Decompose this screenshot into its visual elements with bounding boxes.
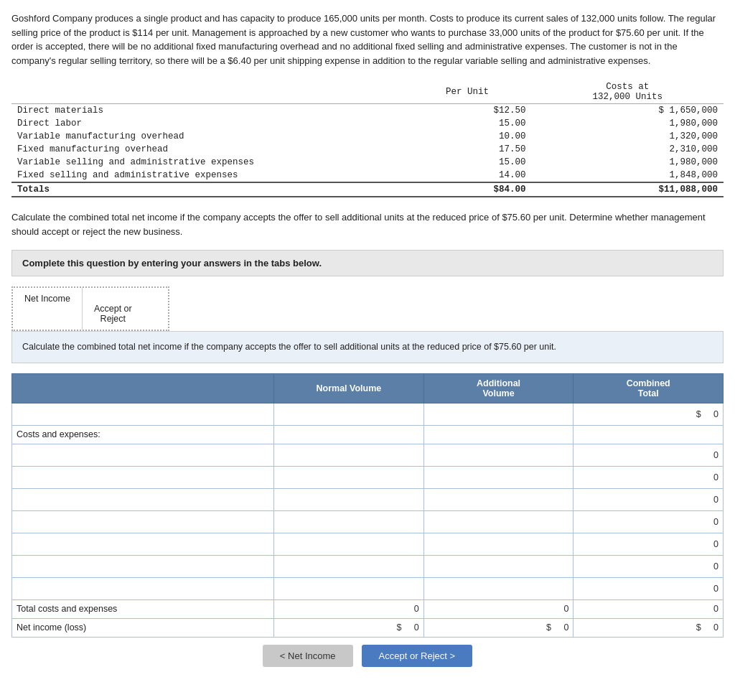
total-additional-cell: 0 bbox=[423, 599, 574, 618]
cost6-combined-cell: 0 bbox=[574, 555, 724, 577]
cost-input-row-5[interactable]: 0 bbox=[12, 533, 724, 555]
cost7-label-input[interactable] bbox=[17, 581, 269, 597]
main-col4-header: CombinedTotal bbox=[574, 373, 724, 403]
cost-row-direct-materials: Direct materials $12.50 $ 1,650,000 bbox=[11, 104, 724, 118]
cost-row-direct-labor: Direct labor 15.00 1,980,000 bbox=[11, 117, 724, 130]
cost7-additional-input[interactable] bbox=[429, 581, 569, 597]
cost5-normal-input[interactable] bbox=[278, 536, 419, 552]
main-col2-header: Normal Volume bbox=[274, 373, 424, 403]
cost5-normal-cell[interactable] bbox=[274, 533, 424, 555]
cost7-additional-cell[interactable] bbox=[423, 577, 574, 599]
cost2-additional-cell[interactable] bbox=[423, 466, 574, 488]
main-table-header-row: Normal Volume AdditionalVolume CombinedT… bbox=[12, 373, 724, 403]
cost1-additional-cell[interactable] bbox=[423, 444, 574, 466]
cost3-additional-cell[interactable] bbox=[423, 488, 574, 510]
instruction-box: Complete this question by entering your … bbox=[11, 250, 724, 276]
cost1-combined-cell: 0 bbox=[574, 444, 724, 466]
calculate-paragraph: Calculate the combined total net income … bbox=[11, 210, 724, 238]
tab-net-income[interactable]: Net Income bbox=[13, 288, 83, 330]
cost3-normal-cell[interactable] bbox=[274, 488, 424, 510]
cost-row-fixed-selling: Fixed selling and administrative expense… bbox=[11, 169, 724, 182]
cost7-normal-cell[interactable] bbox=[274, 577, 424, 599]
cost-table-col1-header bbox=[11, 80, 403, 104]
cost-table-col2-header: Per Unit bbox=[403, 80, 532, 104]
cost2-label-input[interactable] bbox=[17, 470, 269, 485]
costs-combined-empty bbox=[574, 425, 724, 444]
cost1-normal-cell[interactable] bbox=[274, 444, 424, 466]
cost7-combined-cell: 0 bbox=[574, 577, 724, 599]
revenue-label-cell bbox=[12, 403, 274, 425]
revenue-label-input[interactable] bbox=[17, 406, 269, 422]
cost6-normal-input[interactable] bbox=[278, 559, 419, 574]
cost2-combined-cell: 0 bbox=[574, 466, 724, 488]
cost-input-row-4[interactable]: 0 bbox=[12, 510, 724, 533]
cost5-combined-cell: 0 bbox=[574, 533, 724, 555]
intro-paragraph: Goshford Company produces a single produ… bbox=[11, 11, 724, 67]
cost4-additional-input[interactable] bbox=[429, 514, 569, 530]
net-income-normal-cell: $ 0 bbox=[274, 618, 424, 637]
main-col3-header: AdditionalVolume bbox=[423, 373, 574, 403]
cost-input-row-1[interactable]: 0 bbox=[12, 444, 724, 466]
cost3-label-cell[interactable] bbox=[12, 488, 274, 510]
costs-label-cell: Costs and expenses: bbox=[12, 425, 274, 444]
content-area: Calculate the combined total net income … bbox=[11, 331, 724, 363]
cost-row-fixed-mfg-overhead: Fixed manufacturing overhead 17.50 2,310… bbox=[11, 143, 724, 156]
cost1-normal-input[interactable] bbox=[278, 447, 419, 463]
cost-row-totals: Totals $84.00 $11,088,000 bbox=[11, 182, 724, 197]
cost7-normal-input[interactable] bbox=[278, 581, 419, 597]
cost1-label-cell[interactable] bbox=[12, 444, 274, 466]
cost-row-var-mfg-overhead: Variable manufacturing overhead 10.00 1,… bbox=[11, 130, 724, 143]
main-col1-header bbox=[12, 373, 274, 403]
cost1-label-input[interactable] bbox=[17, 447, 269, 463]
cost2-normal-input[interactable] bbox=[278, 470, 419, 485]
cost-input-row-7[interactable]: 0 bbox=[12, 577, 724, 599]
cost-row-var-selling: Variable selling and administrative expe… bbox=[11, 156, 724, 169]
next-button[interactable]: Accept or Reject > bbox=[362, 645, 473, 667]
cost5-label-cell[interactable] bbox=[12, 533, 274, 555]
cost-table: Per Unit Costs at 132,000 Units Direct m… bbox=[11, 80, 724, 197]
cost-input-row-6[interactable]: 0 bbox=[12, 555, 724, 577]
cost4-combined-cell: 0 bbox=[574, 510, 724, 533]
cost4-normal-cell[interactable] bbox=[274, 510, 424, 533]
cost5-additional-cell[interactable] bbox=[423, 533, 574, 555]
cost-input-row-3[interactable]: 0 bbox=[12, 488, 724, 510]
costs-normal-empty bbox=[274, 425, 424, 444]
cost6-additional-cell[interactable] bbox=[423, 555, 574, 577]
nav-buttons-container: < Net Income Accept or Reject > bbox=[11, 645, 724, 667]
cost6-additional-input[interactable] bbox=[429, 559, 569, 574]
cost-input-row-2[interactable]: 0 bbox=[12, 466, 724, 488]
cost4-normal-input[interactable] bbox=[278, 514, 419, 530]
revenue-row[interactable]: $ 0 bbox=[12, 403, 724, 425]
cost4-label-cell[interactable] bbox=[12, 510, 274, 533]
revenue-combined-cell: $ 0 bbox=[574, 403, 724, 425]
cost4-additional-cell[interactable] bbox=[423, 510, 574, 533]
total-label-cell: Total costs and expenses bbox=[12, 599, 274, 618]
cost3-normal-input[interactable] bbox=[278, 492, 419, 508]
prev-button[interactable]: < Net Income bbox=[263, 645, 353, 667]
revenue-normal-input[interactable] bbox=[278, 406, 419, 422]
cost1-additional-input[interactable] bbox=[429, 447, 569, 463]
cost2-additional-input[interactable] bbox=[429, 470, 569, 485]
cost5-label-input[interactable] bbox=[17, 536, 269, 552]
tab-accept-or-reject[interactable]: Accept orReject bbox=[83, 288, 144, 330]
cost2-normal-cell[interactable] bbox=[274, 466, 424, 488]
revenue-additional-cell[interactable] bbox=[423, 403, 574, 425]
cost3-additional-input[interactable] bbox=[429, 492, 569, 508]
net-income-row: Net income (loss) $ 0 $ 0 $ 0 bbox=[12, 618, 724, 637]
cost4-label-input[interactable] bbox=[17, 514, 269, 530]
cost3-label-input[interactable] bbox=[17, 492, 269, 508]
tabs-container: Net Income Accept orReject bbox=[11, 286, 169, 331]
cost5-additional-input[interactable] bbox=[429, 536, 569, 552]
cost6-label-input[interactable] bbox=[17, 559, 269, 574]
net-income-combined-cell: $ 0 bbox=[574, 618, 724, 637]
net-income-label-cell: Net income (loss) bbox=[12, 618, 274, 637]
cost6-normal-cell[interactable] bbox=[274, 555, 424, 577]
total-costs-row: Total costs and expenses 0 0 0 bbox=[12, 599, 724, 618]
revenue-additional-input[interactable] bbox=[429, 406, 569, 422]
cost3-combined-cell: 0 bbox=[574, 488, 724, 510]
cost2-label-cell[interactable] bbox=[12, 466, 274, 488]
main-income-table: Normal Volume AdditionalVolume CombinedT… bbox=[11, 373, 724, 638]
cost7-label-cell[interactable] bbox=[12, 577, 274, 599]
cost6-label-cell[interactable] bbox=[12, 555, 274, 577]
revenue-normal-cell[interactable] bbox=[274, 403, 424, 425]
